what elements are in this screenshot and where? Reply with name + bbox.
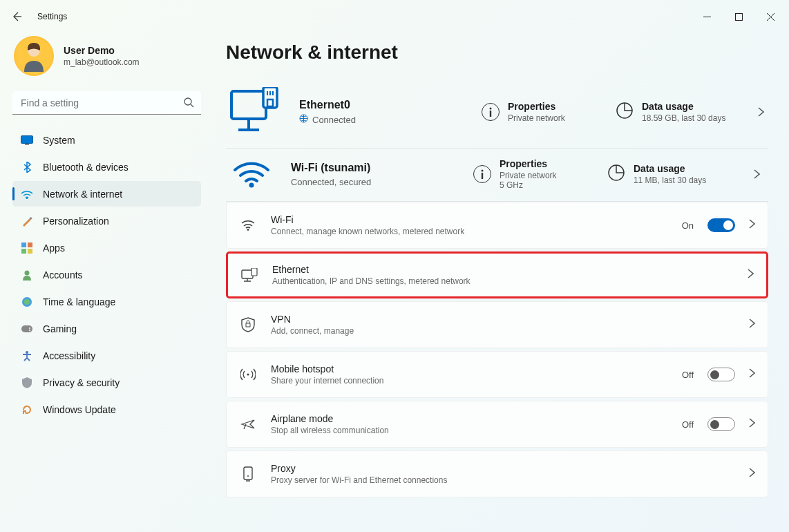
nav-system[interactable]: System (12, 127, 201, 153)
card-hotspot[interactable]: Mobile hotspotShare your internet connec… (226, 351, 768, 398)
svg-point-33 (247, 475, 249, 477)
update-icon (21, 403, 33, 416)
nav-label: Personalization (43, 216, 109, 227)
card-sub: Share your internet connection (271, 376, 668, 386)
card-sub: Proxy server for Wi-Fi and Ethernet conn… (271, 475, 735, 485)
privacy-icon (21, 377, 33, 389)
hotspot-toggle[interactable] (707, 368, 735, 381)
toggle-state: Off (682, 419, 694, 430)
chevron-right-icon (749, 468, 755, 480)
nav-network[interactable]: Network & internet (12, 181, 201, 207)
card-wifi[interactable]: Wi-FiConnect, manage known networks, met… (226, 202, 768, 249)
nav-label: Gaming (43, 323, 77, 334)
data-usage-link[interactable]: Data usage11 MB, last 30 days (607, 163, 732, 185)
svg-rect-30 (246, 323, 250, 327)
svg-point-24 (481, 170, 483, 172)
nav-list: System Bluetooth & devices Network & int… (12, 127, 201, 422)
connection-name: Ethernet0 (299, 99, 465, 111)
svg-rect-0 (735, 13, 742, 20)
chevron-right-icon (749, 219, 755, 231)
svg-rect-16 (231, 91, 266, 119)
card-title: Mobile hotspot (271, 363, 668, 374)
accounts-icon (21, 269, 33, 281)
svg-rect-32 (244, 467, 252, 479)
proxy-icon (239, 466, 257, 482)
svg-rect-9 (28, 249, 32, 254)
card-sub: Stop all wireless communication (271, 426, 668, 435)
wifi-icon (239, 219, 257, 231)
svg-point-10 (25, 270, 30, 275)
search-icon (183, 97, 194, 111)
svg-rect-12 (21, 325, 32, 332)
svg-rect-3 (25, 144, 29, 145)
nav-time[interactable]: Time & language (12, 289, 201, 314)
network-icon (21, 188, 33, 200)
usage-label: Data usage (634, 163, 706, 174)
chevron-right-icon[interactable] (757, 107, 766, 117)
card-title: VPN (271, 314, 735, 325)
card-airplane[interactable]: Airplane modeStop all wireless communica… (226, 401, 768, 448)
nav-privacy[interactable]: Privacy & security (12, 370, 201, 395)
properties-link[interactable]: PropertiesPrivate network 5 GHz (473, 158, 591, 190)
nav-personalization[interactable]: Personalization (12, 208, 201, 234)
card-title: Ethernet (272, 264, 734, 275)
user-profile[interactable]: User Demo m_lab@outlook.com (12, 33, 201, 88)
svg-rect-2 (21, 135, 33, 143)
usage-sub: 11 MB, last 30 days (634, 175, 706, 185)
card-vpn[interactable]: VPNAdd, connect, manage (226, 301, 768, 348)
card-title: Airplane mode (271, 413, 668, 424)
svg-rect-17 (263, 87, 277, 108)
usage-icon (607, 164, 625, 184)
user-email: m_lab@outlook.com (64, 57, 140, 67)
svg-rect-21 (490, 111, 491, 117)
airplane-toggle[interactable] (707, 417, 735, 431)
svg-point-14 (29, 329, 30, 330)
maximize-button[interactable] (723, 6, 754, 28)
nav-label: Privacy & security (43, 377, 120, 388)
hotspot-icon (239, 368, 257, 381)
nav-gaming[interactable]: Gaming (12, 316, 201, 341)
data-usage-link[interactable]: Data usage18.59 GB, last 30 days (616, 101, 740, 123)
properties-link[interactable]: PropertiesPrivate network (482, 101, 599, 123)
connection-name: Wi-Fi (tsunami) (291, 162, 457, 174)
nav-bluetooth[interactable]: Bluetooth & devices (12, 154, 201, 180)
chevron-right-icon (749, 319, 755, 331)
svg-point-20 (490, 108, 492, 110)
card-ethernet[interactable]: EthernetAuthentication, IP and DNS setti… (226, 251, 768, 298)
svg-rect-25 (482, 173, 483, 179)
nav-update[interactable]: Windows Update (12, 397, 201, 422)
wifi-toggle[interactable] (707, 218, 735, 232)
usage-icon (616, 102, 634, 122)
nav-label: Accounts (43, 269, 83, 281)
minimize-button[interactable] (691, 6, 723, 28)
back-button[interactable] (3, 3, 30, 30)
chevron-right-icon (749, 368, 755, 381)
gaming-icon (21, 323, 33, 335)
close-button[interactable] (754, 6, 786, 28)
connection-status: Connected, secured (291, 177, 457, 187)
svg-point-1 (184, 98, 191, 105)
nav-apps[interactable]: Apps (12, 235, 201, 260)
properties-sub: Private network 5 GHz (500, 171, 557, 190)
card-proxy[interactable]: ProxyProxy server for Wi-Fi and Ethernet… (226, 450, 768, 497)
properties-sub: Private network (508, 113, 565, 123)
system-icon (21, 134, 33, 146)
nav-accessibility[interactable]: Accessibility (12, 343, 201, 368)
info-icon (473, 165, 491, 183)
card-sub: Authentication, IP and DNS settings, met… (272, 276, 734, 286)
search-input[interactable] (12, 91, 201, 115)
properties-label: Properties (508, 101, 565, 112)
titlebar: Settings (0, 0, 789, 33)
vpn-icon (239, 317, 257, 332)
connection-ethernet: Ethernet0 Connected PropertiesPrivate ne… (226, 77, 768, 149)
accessibility-icon (21, 350, 33, 362)
nav-label: Time & language (43, 296, 115, 307)
page-title: Network & internet (226, 41, 768, 64)
apps-icon (21, 242, 33, 254)
svg-rect-7 (28, 243, 32, 247)
nav-label: Windows Update (43, 404, 116, 415)
card-title: Wi-Fi (271, 214, 668, 225)
chevron-right-icon[interactable] (748, 169, 766, 179)
nav-accounts[interactable]: Accounts (12, 262, 201, 287)
chevron-right-icon (749, 418, 755, 430)
